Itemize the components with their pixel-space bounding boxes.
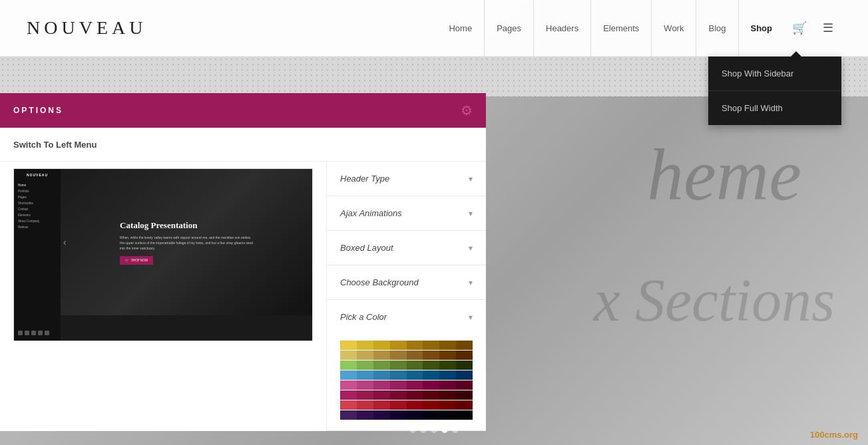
- swatch-2-5[interactable]: [423, 361, 439, 370]
- swatch-7-5[interactable]: [423, 410, 439, 420]
- swatch-3-2[interactable]: [373, 371, 390, 380]
- swatch-row-6: [340, 400, 473, 410]
- options-title: OPTIONS: [13, 106, 63, 115]
- swatch-5-3[interactable]: [390, 390, 407, 400]
- preview-social-tw: [25, 331, 29, 335]
- shop-full-width[interactable]: Shop Full Width: [708, 91, 841, 125]
- swatch-4-3[interactable]: [390, 380, 407, 390]
- swatch-4-7[interactable]: [456, 380, 473, 390]
- nav-blog[interactable]: Blog: [696, 0, 738, 57]
- swatch-7-2[interactable]: [373, 410, 390, 420]
- swatch-1-1[interactable]: [357, 351, 373, 360]
- swatch-0-2[interactable]: [373, 341, 390, 350]
- preview-heading: Catalog Presentation: [120, 220, 253, 231]
- swatch-row-3: [340, 371, 473, 380]
- swatch-6-4[interactable]: [407, 400, 423, 410]
- shop-with-sidebar[interactable]: Shop With Sidebar: [708, 57, 841, 91]
- dot-3[interactable]: [431, 426, 437, 433]
- swatch-6-2[interactable]: [373, 400, 390, 410]
- swatch-2-0[interactable]: [340, 361, 357, 370]
- swatch-7-3[interactable]: [390, 410, 407, 420]
- nav-pages[interactable]: Pages: [485, 0, 534, 57]
- gear-icon[interactable]: ⚙: [461, 102, 473, 118]
- swatch-2-3[interactable]: [390, 361, 407, 370]
- swatch-7-6[interactable]: [439, 410, 456, 420]
- swatch-7-1[interactable]: [357, 410, 373, 420]
- preview-menu-pages: Pages: [18, 194, 57, 200]
- swatch-0-1[interactable]: [357, 341, 373, 350]
- dot-4[interactable]: [441, 426, 448, 433]
- accordion-pick-color-toggle[interactable]: Pick a Color ▾: [327, 300, 486, 334]
- nav-shop[interactable]: Shop: [739, 0, 785, 57]
- dot-1[interactable]: [409, 426, 416, 433]
- swatch-0-0[interactable]: [340, 341, 357, 350]
- swatch-1-3[interactable]: [390, 351, 407, 360]
- swatch-0-4[interactable]: [407, 341, 423, 350]
- accordion-choose-bg-toggle[interactable]: Choose Background ▾: [327, 265, 486, 299]
- swatch-4-6[interactable]: [439, 380, 456, 390]
- swatch-0-5[interactable]: [423, 341, 439, 350]
- swatch-1-7[interactable]: [456, 351, 473, 360]
- nav-elements[interactable]: Elements: [591, 0, 652, 57]
- swatch-3-5[interactable]: [423, 371, 439, 380]
- swatch-4-4[interactable]: [407, 380, 423, 390]
- swatch-2-6[interactable]: [439, 361, 456, 370]
- swatch-1-5[interactable]: [423, 351, 439, 360]
- swatch-5-1[interactable]: [357, 390, 373, 400]
- swatch-2-2[interactable]: [373, 361, 390, 370]
- swatch-1-2[interactable]: [373, 351, 390, 360]
- swatch-4-5[interactable]: [423, 380, 439, 390]
- cart-icon[interactable]: 🛒: [784, 0, 815, 57]
- swatch-3-1[interactable]: [357, 371, 373, 380]
- swatch-3-0[interactable]: [340, 371, 357, 380]
- swatch-3-6[interactable]: [439, 371, 456, 380]
- swatch-6-7[interactable]: [456, 400, 473, 410]
- swatch-6-0[interactable]: [340, 400, 357, 410]
- preview-shop-btn[interactable]: 🛒 SHOP NOW: [120, 256, 153, 265]
- swatch-5-6[interactable]: [439, 390, 456, 400]
- swatch-7-4[interactable]: [407, 410, 423, 420]
- accordion-header-type-toggle[interactable]: Header Type ▾: [327, 162, 486, 196]
- swatch-5-5[interactable]: [423, 390, 439, 400]
- preview-menu-elements: Elements: [18, 212, 57, 218]
- swatch-2-7[interactable]: [456, 361, 473, 370]
- nav-headers[interactable]: Headers: [534, 0, 591, 57]
- swatch-7-0[interactable]: [340, 410, 357, 420]
- swatch-5-2[interactable]: [373, 390, 390, 400]
- swatch-1-4[interactable]: [407, 351, 423, 360]
- swatch-6-3[interactable]: [390, 400, 407, 410]
- swatch-2-4[interactable]: [407, 361, 423, 370]
- dot-5[interactable]: [452, 426, 459, 433]
- swatch-6-6[interactable]: [439, 400, 456, 410]
- accordion-boxed-toggle[interactable]: Boxed Layout ▾: [327, 231, 486, 265]
- menu-icon[interactable]: ☰: [815, 0, 841, 57]
- swatch-3-7[interactable]: [456, 371, 473, 380]
- nav-work[interactable]: Work: [652, 0, 696, 57]
- preview-social-li: [38, 331, 43, 335]
- swatch-2-1[interactable]: [357, 361, 373, 370]
- swatch-5-0[interactable]: [340, 390, 357, 400]
- preview-column: NOUVEAU Home Portfolio Pages Shortcodes …: [0, 162, 326, 431]
- swatch-6-5[interactable]: [423, 400, 439, 410]
- swatch-7-7[interactable]: [456, 410, 473, 420]
- swatch-4-0[interactable]: [340, 380, 357, 390]
- accordion-ajax-anim-toggle[interactable]: Ajax Animations ▾: [327, 196, 486, 230]
- swatch-1-0[interactable]: [340, 351, 357, 360]
- swatch-3-4[interactable]: [407, 371, 423, 380]
- swatch-6-1[interactable]: [357, 400, 373, 410]
- swatch-5-4[interactable]: [407, 390, 423, 400]
- chevron-down-icon-2: ▾: [469, 243, 473, 253]
- swatch-4-2[interactable]: [373, 380, 390, 390]
- accordion-choose-bg-label: Choose Background: [340, 277, 419, 287]
- swatch-0-3[interactable]: [390, 341, 407, 350]
- swatch-5-7[interactable]: [456, 390, 473, 400]
- nav-home[interactable]: Home: [437, 0, 485, 57]
- swatch-0-7[interactable]: [456, 341, 473, 350]
- swatch-0-6[interactable]: [439, 341, 456, 350]
- swatch-4-1[interactable]: [357, 380, 373, 390]
- swatch-1-6[interactable]: [439, 351, 456, 360]
- preview-prev-arrow[interactable]: ‹: [63, 237, 67, 247]
- dot-2[interactable]: [420, 426, 427, 433]
- swatch-3-3[interactable]: [390, 371, 407, 380]
- swatch-row-7: [340, 410, 473, 420]
